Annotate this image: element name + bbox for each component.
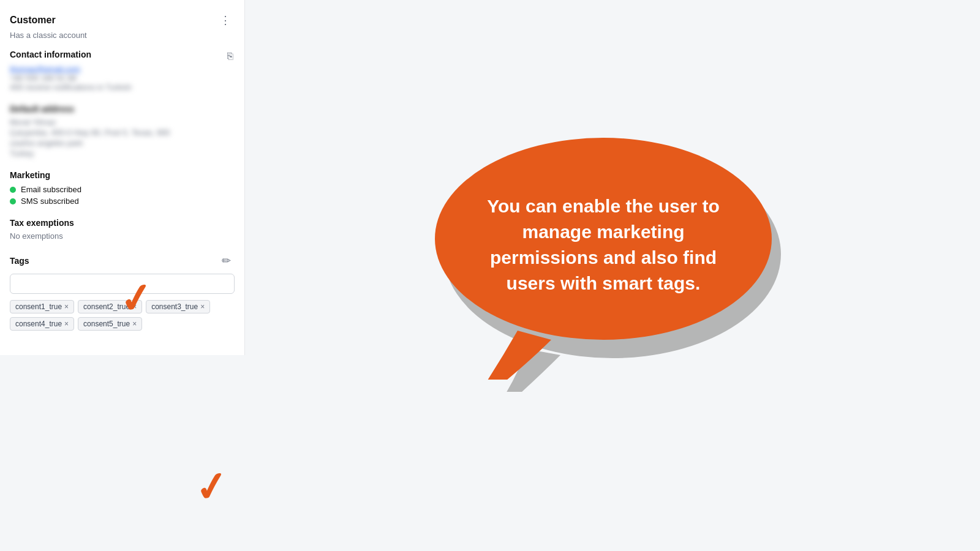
list-item: consent3_true ×: [146, 300, 210, 313]
speech-bubble-text: You can enable the user to manage market…: [429, 181, 778, 309]
tag-remove-button[interactable]: ×: [64, 320, 69, 328]
customer-email[interactable]: thomas@gmail.com: [10, 64, 132, 73]
email-subscribed-dot: [10, 187, 16, 193]
tag-label: consent5_true: [83, 320, 130, 328]
contact-label: Contact information: [10, 50, 132, 59]
clipboard-icon: ⎘: [227, 51, 233, 61]
address-line1: Çarşamba, 400-0 Hwy 80, Post 5, Texas, 9…: [10, 128, 235, 137]
email-subscribed-label: Email subscribed: [21, 185, 81, 194]
left-panel: Customer ⋮ Has a classic account Contact…: [0, 0, 245, 355]
address-label: Default address: [10, 104, 235, 114]
tag-label: consent2_true: [83, 302, 130, 311]
marketing-section: Marketing Email subscribed SMS subscribe…: [10, 170, 235, 206]
list-item: consent1_true ×: [10, 300, 74, 313]
customer-header: Customer ⋮: [10, 12, 235, 28]
tags-input[interactable]: [10, 274, 235, 294]
contact-section: Contact information thomas@gmail.com +90…: [10, 50, 235, 92]
tax-value: No exemptions: [10, 231, 235, 241]
clipboard-button[interactable]: ⎘: [226, 50, 235, 63]
customer-phone: +90 555 180 91 88: [10, 73, 132, 83]
list-item: consent2_true ×: [78, 300, 142, 313]
tag-remove-button[interactable]: ×: [64, 303, 69, 310]
address-name: Murat Yilmaz: [10, 118, 235, 127]
speech-bubble-text-container: You can enable the user to manage market…: [429, 141, 778, 349]
marketing-email-item: Email subscribed: [10, 185, 235, 194]
address-country: Turkey: [10, 149, 235, 158]
customer-title: Customer: [10, 15, 56, 26]
sms-subscribed-dot: [10, 198, 16, 204]
tags-edit-button[interactable]: ✏: [218, 253, 235, 269]
marketing-label: Marketing: [10, 170, 235, 180]
tag-label: consent1_true: [15, 302, 62, 311]
tags-label: Tags: [10, 256, 29, 266]
tax-section: Tax exemptions No exemptions: [10, 218, 235, 241]
edit-icon: ✏: [222, 255, 231, 267]
tax-label: Tax exemptions: [10, 218, 235, 228]
contact-details: Contact information thomas@gmail.com +90…: [10, 50, 132, 92]
speech-bubble-wrapper: You can enable the user to manage market…: [423, 122, 802, 429]
tags-section: Tags ✏ consent1_true × consent2_true × c…: [10, 253, 235, 331]
tag-label: consent3_true: [151, 302, 198, 311]
list-item: consent4_true ×: [10, 317, 74, 331]
address-line2: usa/los angeles park: [10, 138, 235, 148]
tags-header: Tags ✏: [10, 253, 235, 269]
address-section: Default address Murat Yilmaz Çarşamba, 4…: [10, 104, 235, 158]
right-area: You can enable the user to manage market…: [245, 0, 980, 551]
list-item: consent5_true ×: [78, 317, 142, 331]
tag-remove-button[interactable]: ×: [200, 303, 205, 310]
tags-list: consent1_true × consent2_true × consent3…: [10, 300, 235, 331]
sms-subscribed-label: SMS subscribed: [21, 197, 79, 206]
tag-remove-button[interactable]: ×: [132, 303, 137, 310]
marketing-sms-item: SMS subscribed: [10, 197, 235, 206]
tag-label: consent4_true: [15, 320, 62, 328]
tag-remove-button[interactable]: ×: [132, 320, 137, 328]
contact-row: Contact information thomas@gmail.com +90…: [10, 50, 235, 92]
more-options-button[interactable]: ⋮: [216, 12, 235, 28]
customer-notification: 400 receive notifications in Turkish: [10, 83, 132, 92]
customer-subtitle: Has a classic account: [10, 31, 235, 40]
tags-checkmark-icon: ✓: [192, 462, 231, 512]
